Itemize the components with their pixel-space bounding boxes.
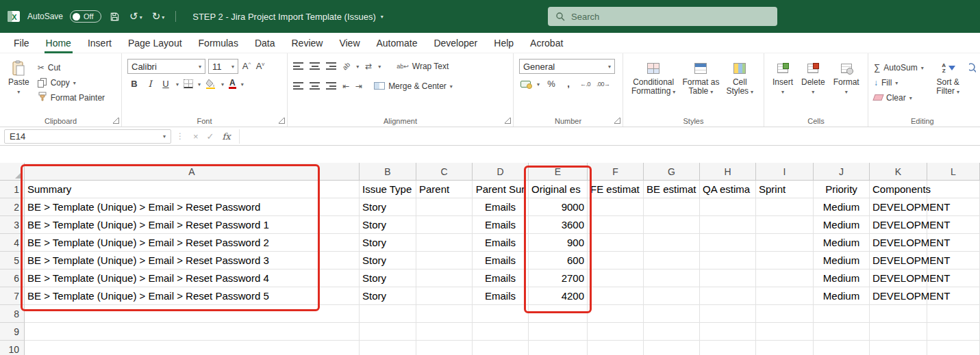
cell-K1[interactable]: Components [870, 181, 927, 198]
cell-I6[interactable] [756, 269, 814, 287]
number-format-select[interactable]: General [519, 59, 615, 74]
cell-C9[interactable] [416, 323, 473, 341]
increase-decimal-button[interactable]: ←.0 [580, 81, 590, 88]
row-header-1[interactable]: 1 [0, 181, 25, 198]
cell-L8[interactable] [927, 305, 980, 323]
cell-F6[interactable] [588, 269, 644, 287]
cell-H1[interactable]: QA estima [700, 181, 756, 198]
undo-button[interactable]: ↺ [128, 9, 144, 24]
delete-cells-button[interactable]: Delete [799, 59, 828, 96]
cell-H6[interactable] [700, 269, 756, 287]
cell-E9[interactable] [529, 323, 588, 341]
cell-K7[interactable]: DEVELOPMENT [870, 287, 927, 305]
text-direction-button[interactable]: ⇄ [365, 62, 372, 71]
cell-A6[interactable]: BE > Template (Unique) > Email > Reset P… [25, 269, 360, 287]
cell-I8[interactable] [756, 305, 814, 323]
cell-C2[interactable] [416, 198, 473, 216]
menu-tab-automate[interactable]: Automate [368, 33, 426, 53]
cell-J7[interactable]: Medium [814, 287, 870, 305]
menu-tab-acrobat[interactable]: Acrobat [522, 33, 571, 53]
cell-E7[interactable]: 4200 [529, 287, 588, 305]
cell-J9[interactable] [814, 323, 870, 341]
cell-L6[interactable] [927, 269, 980, 287]
row-header-3[interactable]: 3 [0, 216, 25, 234]
menu-tab-home[interactable]: Home [38, 33, 79, 53]
row-header-6[interactable]: 6 [0, 269, 25, 287]
cell-E4[interactable]: 900 [529, 234, 588, 252]
cell-J2[interactable]: Medium [814, 198, 870, 216]
align-middle-icon[interactable] [310, 62, 320, 70]
font-name-select[interactable]: Calibri [127, 59, 205, 74]
cell-I2[interactable] [756, 198, 814, 216]
cell-L9[interactable] [927, 323, 980, 341]
row-header-5[interactable]: 5 [0, 252, 25, 269]
cell-A7[interactable]: BE > Template (Unique) > Email > Reset P… [25, 287, 360, 305]
decrease-decimal-button[interactable]: .00→ [596, 81, 610, 88]
alignment-dialog-launcher[interactable] [505, 118, 511, 124]
fill-button[interactable]: ↓ Fill [874, 75, 924, 90]
cell-I3[interactable] [756, 216, 814, 234]
column-header-B[interactable]: B [360, 163, 416, 181]
cell-L2[interactable] [927, 198, 980, 216]
copy-button[interactable]: Copy [38, 75, 105, 90]
excel-app-icon[interactable]: X [7, 10, 21, 23]
decrease-indent-icon[interactable]: ⇤ [342, 81, 349, 91]
font-color-button[interactable]: A [229, 79, 236, 89]
column-header-C[interactable]: C [416, 163, 473, 181]
menu-tab-insert[interactable]: Insert [79, 33, 120, 53]
fill-color-button[interactable] [205, 79, 216, 89]
cell-B9[interactable] [360, 323, 416, 341]
align-center-icon[interactable] [310, 82, 320, 90]
document-title[interactable]: STEP 2 - Jira Project Import Template (I… [192, 12, 384, 22]
percent-style-button[interactable]: % [546, 79, 557, 89]
cell-G9[interactable] [644, 323, 700, 341]
align-top-icon[interactable] [293, 62, 303, 70]
cell-B7[interactable]: Story [360, 287, 416, 305]
cell-K2[interactable]: DEVELOPMENT [870, 198, 927, 216]
cell-I9[interactable] [756, 323, 814, 341]
formula-input[interactable] [239, 129, 980, 144]
row-header-9[interactable]: 9 [0, 323, 25, 341]
cell-K5[interactable]: DEVELOPMENT [870, 252, 927, 269]
cell-E8[interactable] [529, 305, 588, 323]
cell-B10[interactable] [360, 341, 416, 355]
menu-tab-developer[interactable]: Developer [425, 33, 486, 53]
cell-A3[interactable]: BE > Template (Unique) > Email > Reset P… [25, 216, 360, 234]
underline-button[interactable]: U [160, 79, 171, 89]
row-header-7[interactable]: 7 [0, 287, 25, 305]
increase-font-size-button[interactable]: A^ [241, 61, 252, 71]
increase-indent-icon[interactable]: ⇥ [355, 81, 362, 91]
sort-filter-button[interactable]: AZ Sort & Filter [933, 59, 962, 96]
comma-style-button[interactable]: , [563, 79, 574, 89]
column-header-D[interactable]: D [473, 163, 529, 181]
cell-A8[interactable] [25, 305, 360, 323]
cell-K3[interactable]: DEVELOPMENT [870, 216, 927, 234]
cell-G4[interactable] [644, 234, 700, 252]
cell-L5[interactable] [927, 252, 980, 269]
format-cells-button[interactable]: Format [831, 59, 862, 96]
cell-H3[interactable] [700, 216, 756, 234]
cell-F8[interactable] [588, 305, 644, 323]
cell-I7[interactable] [756, 287, 814, 305]
save-button[interactable] [108, 10, 121, 23]
cell-L3[interactable] [927, 216, 980, 234]
cell-F4[interactable] [588, 234, 644, 252]
menu-tab-page-layout[interactable]: Page Layout [120, 33, 190, 53]
cell-H10[interactable] [700, 341, 756, 355]
cell-E3[interactable]: 3600 [529, 216, 588, 234]
cell-D5[interactable]: Emails [473, 252, 529, 269]
cell-C1[interactable]: Parent [416, 181, 473, 198]
column-header-I[interactable]: I [756, 163, 814, 181]
cell-C7[interactable] [416, 287, 473, 305]
column-header-G[interactable]: G [644, 163, 700, 181]
cell-H4[interactable] [700, 234, 756, 252]
search-box[interactable]: Search [548, 7, 777, 26]
cell-G6[interactable] [644, 269, 700, 287]
row-header-10[interactable]: 10 [0, 341, 25, 355]
cell-J10[interactable] [814, 341, 870, 355]
cell-B1[interactable]: Issue Type [360, 181, 416, 198]
column-header-K[interactable]: K [870, 163, 927, 181]
cell-H9[interactable] [700, 323, 756, 341]
column-header-E[interactable]: E [529, 163, 588, 181]
cell-B4[interactable]: Story [360, 234, 416, 252]
